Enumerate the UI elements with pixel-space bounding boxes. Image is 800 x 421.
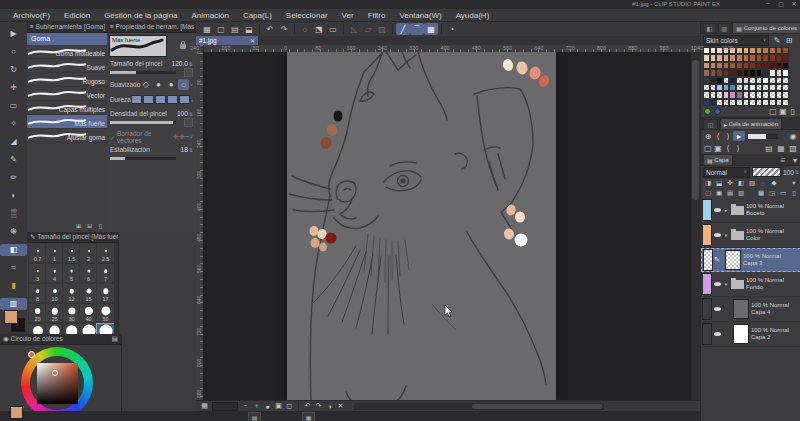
delete-layer-icon[interactable]: ▯ bbox=[789, 189, 799, 198]
color-swatch-r6c6[interactable] bbox=[743, 91, 750, 98]
timeline-tab-icon[interactable]: ◫ bbox=[703, 119, 718, 129]
color-swatch-r2c6[interactable] bbox=[743, 62, 750, 69]
smoothing-soft-circle-icon[interactable]: ● bbox=[153, 79, 164, 90]
color-swatch-r6c2[interactable] bbox=[716, 91, 723, 98]
color-swatch-r6c10[interactable] bbox=[769, 91, 776, 98]
color-swatch-r6c7[interactable] bbox=[749, 91, 756, 98]
color-swatch-r7c3[interactable] bbox=[723, 99, 730, 106]
reset-view-icon[interactable]: ✕ bbox=[335, 402, 346, 411]
hardness-step-5[interactable] bbox=[179, 95, 190, 104]
layer-opacity-value[interactable]: 100 bbox=[783, 169, 794, 176]
zoom-out-icon[interactable]: － bbox=[240, 402, 251, 411]
fit-to-screen-icon[interactable]: ▣ bbox=[273, 402, 284, 411]
color-swatch-r5c2[interactable] bbox=[716, 84, 723, 91]
layer-row-boceto[interactable]: ▸100 % NormalBoceto bbox=[701, 198, 800, 223]
crop-icon[interactable]: ▨ bbox=[375, 23, 389, 35]
new-cel-icon[interactable]: ▢ bbox=[703, 144, 713, 153]
color-swatch-r1c10[interactable] bbox=[769, 54, 776, 61]
layer-color-chip[interactable] bbox=[703, 249, 713, 271]
color-wheel-menu-icon[interactable]: ▤ bbox=[112, 334, 118, 344]
color-swatch-r4c4[interactable] bbox=[729, 77, 736, 84]
vertical-scrollbar[interactable] bbox=[691, 52, 700, 400]
timeline-toggle-icon[interactable]: ▤ bbox=[248, 412, 261, 421]
add-swatch-icon[interactable]: ▢ bbox=[768, 107, 778, 116]
play-animation-icon[interactable]: ▸ bbox=[733, 131, 745, 141]
subtool-item-6[interactable]: Ajustar goma bbox=[27, 129, 107, 143]
auto-select-tool-icon[interactable]: ✧ bbox=[0, 118, 27, 130]
color-swatch-r4c0[interactable] bbox=[703, 77, 710, 84]
brush-size-2.5[interactable]: 2.5 bbox=[96, 243, 115, 263]
color-swatch-r1c7[interactable] bbox=[749, 54, 756, 61]
wheel-foreground-swatch[interactable] bbox=[10, 406, 23, 419]
color-swatch-r4c5[interactable] bbox=[736, 77, 743, 84]
color-swatch-r3c12[interactable] bbox=[782, 69, 789, 76]
color-swatch-r7c5[interactable] bbox=[736, 99, 743, 106]
subtool-item-3[interactable]: Vector bbox=[27, 87, 107, 101]
layer-visibility-eye-icon[interactable] bbox=[714, 282, 721, 286]
color-swatch-r7c6[interactable] bbox=[743, 99, 750, 106]
color-swatch-r5c7[interactable] bbox=[749, 84, 756, 91]
canvas-viewport[interactable] bbox=[203, 52, 691, 400]
color-swatch-r2c1[interactable] bbox=[710, 62, 717, 69]
color-swatch-r1c12[interactable] bbox=[782, 54, 789, 61]
layer-mask-icon[interactable]: ◧ bbox=[736, 179, 746, 188]
layer-visibility-eye-icon[interactable] bbox=[714, 332, 721, 336]
subtool-item-5[interactable]: Más fuerte bbox=[27, 115, 107, 129]
color-swatch-r7c11[interactable] bbox=[776, 99, 783, 106]
move-tool-icon[interactable]: ✛ bbox=[0, 82, 27, 94]
color-swatch-r6c4[interactable] bbox=[729, 91, 736, 98]
cel-forward-icon[interactable]: ⟩ bbox=[733, 144, 743, 153]
subtool-item-4[interactable]: Capas múltiples bbox=[27, 101, 107, 115]
color-swatch-r3c3[interactable] bbox=[723, 69, 730, 76]
color-swatch-r1c4[interactable] bbox=[729, 54, 736, 61]
rotate-view-icon[interactable]: ◔ bbox=[445, 23, 459, 35]
color-swatch-r3c9[interactable] bbox=[762, 69, 769, 76]
rotate-left-icon[interactable]: ↶ bbox=[302, 402, 313, 411]
brush-size-option-button[interactable] bbox=[184, 68, 193, 77]
color-swatch-r5c9[interactable] bbox=[762, 84, 769, 91]
lock-alpha-icon[interactable]: ✜ bbox=[725, 179, 735, 188]
layer-visibility-eye-icon[interactable] bbox=[714, 233, 721, 237]
hardness-arrow-icon[interactable]: › bbox=[191, 97, 193, 103]
stabilization-slider[interactable] bbox=[110, 157, 176, 160]
sv-marker[interactable] bbox=[52, 370, 58, 376]
flip-horizontal-icon[interactable]: ◑ bbox=[324, 402, 335, 411]
color-swatch-r7c12[interactable] bbox=[782, 99, 789, 106]
color-swatch-r3c6[interactable] bbox=[743, 69, 750, 76]
smoothing-circle-icon[interactable]: ● bbox=[166, 79, 177, 90]
color-swatch-r4c6[interactable] bbox=[743, 77, 750, 84]
lock-icon[interactable] bbox=[180, 44, 186, 49]
redo-icon[interactable]: ↷ bbox=[277, 23, 291, 35]
onion-skin-toggle-icon[interactable]: ▦ bbox=[302, 412, 315, 421]
transfer-layer-icon[interactable]: ▥ bbox=[736, 189, 746, 198]
layer-color-chip[interactable] bbox=[702, 323, 712, 345]
layer-row-fondo[interactable]: ▾100 % NormalFondo bbox=[701, 272, 800, 297]
cel-back-icon[interactable]: ⟨ bbox=[723, 144, 733, 153]
color-swatch-r2c9[interactable] bbox=[762, 62, 769, 69]
layer-extra-menu-icon[interactable]: ▾ bbox=[789, 179, 799, 188]
color-swatch-r0c9[interactable] bbox=[762, 47, 769, 54]
folder-expand-arrow-icon[interactable]: ▾ bbox=[723, 281, 729, 287]
color-swatch-r2c11[interactable] bbox=[776, 62, 783, 69]
horizontal-scrollbar[interactable] bbox=[354, 403, 604, 410]
layer-menu-icon[interactable]: ▾ bbox=[789, 156, 800, 165]
menu-item-5[interactable]: Seleccionar bbox=[279, 11, 335, 20]
menu-item-9[interactable]: Ayuda(H) bbox=[449, 11, 497, 20]
hardness-step-4[interactable] bbox=[167, 95, 178, 104]
layer-color-chip[interactable] bbox=[702, 273, 712, 295]
zoom-marker-icon[interactable]: ● bbox=[262, 402, 273, 411]
open-file-icon[interactable]: ▤ bbox=[228, 23, 242, 35]
vector-eraser-check-icon[interactable]: ✓ bbox=[110, 134, 115, 141]
color-swatch-r4c10[interactable] bbox=[769, 77, 776, 84]
new-vector-layer-icon[interactable]: ▣ bbox=[714, 189, 724, 198]
prev-cel-icon[interactable]: ⟨ bbox=[713, 132, 723, 141]
intermediate-color-tab-icon[interactable]: ▥ bbox=[718, 23, 731, 33]
new-raster-layer-icon[interactable]: ▢ bbox=[703, 189, 713, 198]
color-swatch-r5c5[interactable] bbox=[736, 84, 743, 91]
color-swatch-r0c5[interactable] bbox=[736, 47, 743, 54]
invert-selection-icon[interactable]: ◺ bbox=[347, 23, 361, 35]
color-swatch-r0c8[interactable] bbox=[756, 47, 763, 54]
color-swatch-r2c12[interactable] bbox=[782, 62, 789, 69]
undo-icon[interactable]: ↶ bbox=[263, 23, 277, 35]
color-swatch-r2c7[interactable] bbox=[749, 62, 756, 69]
